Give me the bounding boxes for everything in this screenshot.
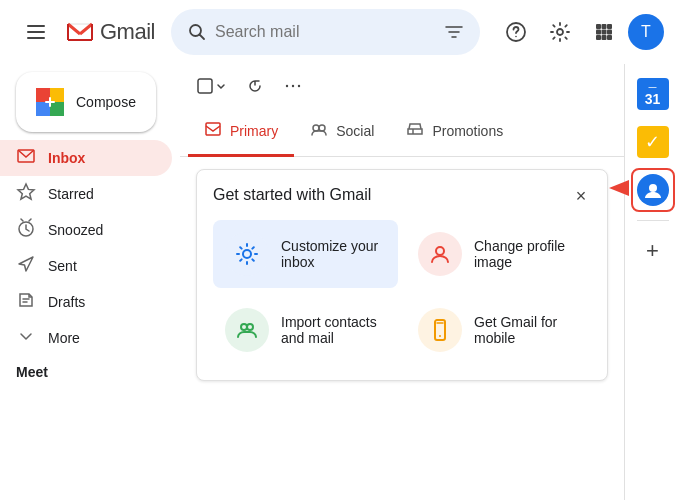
svg-rect-8 xyxy=(602,24,607,29)
calendar-icon: — 31 xyxy=(637,78,669,110)
primary-tab-label: Primary xyxy=(230,123,278,139)
card-item-import[interactable]: Import contacts and mail xyxy=(213,296,398,364)
refresh-button[interactable] xyxy=(238,71,272,101)
tasks-icon: ✓ xyxy=(637,126,669,158)
star-icon xyxy=(16,182,36,207)
svg-point-30 xyxy=(439,335,441,337)
customize-icon xyxy=(225,232,269,276)
main-container: Compose Inbox Starred xyxy=(0,64,680,500)
svg-rect-14 xyxy=(602,35,607,40)
get-started-card: Get started with Gmail × Customize your … xyxy=(196,169,608,381)
card-item-mobile[interactable]: Get Gmail for mobile xyxy=(406,296,591,364)
svg-rect-2 xyxy=(27,37,45,39)
sidebar-item-more[interactable]: More xyxy=(0,320,172,356)
mobile-icon xyxy=(418,308,462,352)
contacts-icon xyxy=(637,174,669,206)
svg-rect-15 xyxy=(607,35,612,40)
svg-rect-18 xyxy=(198,79,212,93)
add-app-button[interactable]: + xyxy=(631,229,675,273)
tasks-button[interactable]: ✓ xyxy=(631,120,675,164)
search-filter-button[interactable] xyxy=(444,22,464,42)
get-started-title: Get started with Gmail xyxy=(213,186,591,204)
profile-label: Change profile image xyxy=(474,238,579,270)
sidebar-item-inbox[interactable]: Inbox xyxy=(0,140,172,176)
svg-point-5 xyxy=(515,36,517,38)
svg-rect-9 xyxy=(607,24,612,29)
starred-label: Starred xyxy=(48,186,94,202)
card-item-customize[interactable]: Customize your inbox xyxy=(213,220,398,288)
svg-point-26 xyxy=(436,247,444,255)
more-icon xyxy=(16,326,36,351)
svg-rect-1 xyxy=(27,31,45,33)
import-label: Import contacts and mail xyxy=(281,314,386,346)
customize-label: Customize your inbox xyxy=(281,238,386,270)
right-sidebar: — 31 ✓ + xyxy=(624,64,680,500)
settings-button[interactable] xyxy=(540,12,580,52)
tab-primary[interactable]: Primary xyxy=(188,108,294,157)
svg-point-31 xyxy=(649,184,657,192)
promotions-tab-label: Promotions xyxy=(432,123,503,139)
svg-rect-7 xyxy=(596,24,601,29)
svg-point-21 xyxy=(298,85,300,87)
card-grid: Customize your inbox Change profile imag… xyxy=(213,220,591,364)
sent-label: Sent xyxy=(48,258,77,274)
menu-button[interactable] xyxy=(16,12,56,52)
svg-rect-13 xyxy=(596,35,601,40)
sidebar-item-starred[interactable]: Starred xyxy=(0,176,172,212)
email-list: Get started with Gmail × Customize your … xyxy=(180,157,624,500)
sidebar: Compose Inbox Starred xyxy=(0,64,180,500)
inbox-icon xyxy=(16,146,36,171)
svg-point-6 xyxy=(557,29,563,35)
more-options-button[interactable] xyxy=(276,71,310,101)
compose-button[interactable]: Compose xyxy=(16,72,156,132)
sidebar-item-drafts[interactable]: Drafts xyxy=(0,284,172,320)
promotions-tab-icon xyxy=(406,120,424,142)
inbox-label: Inbox xyxy=(48,150,85,166)
import-icon xyxy=(225,308,269,352)
svg-rect-11 xyxy=(602,30,607,35)
sidebar-item-snoozed[interactable]: Snoozed xyxy=(0,212,172,248)
right-sidebar-divider xyxy=(637,220,669,221)
profile-icon xyxy=(418,232,462,276)
calendar-button[interactable]: — 31 xyxy=(631,72,675,116)
compose-label: Compose xyxy=(76,94,136,110)
content-area: Primary Social xyxy=(180,64,624,500)
apps-button[interactable] xyxy=(584,12,624,52)
social-tab-label: Social xyxy=(336,123,374,139)
svg-point-24 xyxy=(319,125,325,131)
contacts-button[interactable] xyxy=(631,168,675,212)
svg-rect-10 xyxy=(596,30,601,35)
snoozed-label: Snoozed xyxy=(48,222,103,238)
tabs-bar: Primary Social xyxy=(180,108,624,157)
svg-rect-12 xyxy=(607,30,612,35)
gmail-logo: Gmail xyxy=(64,16,155,48)
select-button[interactable] xyxy=(188,71,234,101)
card-item-profile[interactable]: Change profile image xyxy=(406,220,591,288)
help-button[interactable] xyxy=(496,12,536,52)
close-card-button[interactable]: × xyxy=(567,182,595,210)
compose-plus-icon xyxy=(36,88,64,116)
snoozed-icon xyxy=(16,218,36,243)
sent-icon xyxy=(16,254,36,279)
tab-social[interactable]: Social xyxy=(294,108,390,157)
gmail-logo-text: Gmail xyxy=(100,19,155,45)
search-input[interactable] xyxy=(215,23,436,41)
svg-rect-22 xyxy=(206,123,220,135)
drafts-label: Drafts xyxy=(48,294,85,310)
svg-point-25 xyxy=(243,250,251,258)
header: Gmail xyxy=(0,0,680,64)
drafts-icon xyxy=(16,290,36,315)
sidebar-item-sent[interactable]: Sent xyxy=(0,248,172,284)
avatar-button[interactable]: T xyxy=(628,14,664,50)
toolbar xyxy=(180,64,624,108)
header-icons: T xyxy=(496,12,664,52)
tab-promotions[interactable]: Promotions xyxy=(390,108,519,157)
svg-point-23 xyxy=(313,125,319,131)
mobile-label: Get Gmail for mobile xyxy=(474,314,579,346)
more-label: More xyxy=(48,330,80,346)
svg-point-28 xyxy=(247,324,253,330)
svg-point-19 xyxy=(286,85,288,87)
search-icon xyxy=(187,22,207,42)
svg-point-20 xyxy=(292,85,294,87)
meet-section-title: Meet xyxy=(0,356,180,384)
